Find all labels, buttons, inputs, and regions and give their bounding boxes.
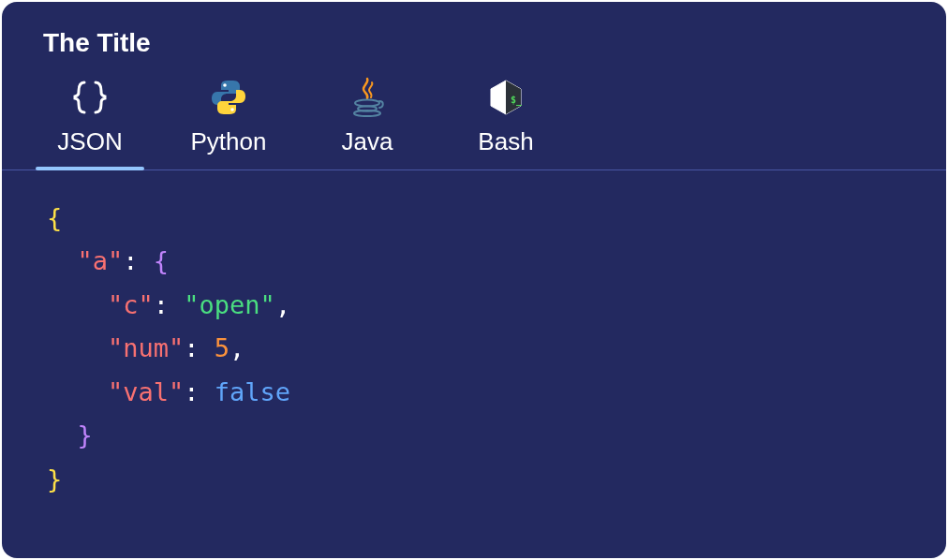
code-line: "c": "open", [47,284,901,327]
card-title: The Title [2,2,946,66]
tab-json[interactable]: JSON [43,77,137,169]
python-icon [208,77,249,118]
svg-point-4 [354,111,380,116]
code-line: "num": 5, [47,327,901,370]
tab-label: JSON [57,127,122,156]
bash-icon: $_ [485,77,526,118]
tab-bash[interactable]: $_ Bash [459,77,553,169]
svg-point-1 [230,108,234,111]
code-line: } [47,458,901,501]
tab-label: Python [191,127,267,156]
tab-java[interactable]: Java [320,77,414,169]
json-icon [69,77,111,118]
code-card: The Title JSON Python [2,2,946,558]
code-block: { "a": { "c": "open", "num": 5, "val": f… [2,170,946,527]
code-line: "a": { [47,240,901,283]
tab-label: Bash [478,127,533,156]
tab-bar: JSON Python [2,66,946,170]
java-icon [347,77,388,118]
tab-python[interactable]: Python [182,77,275,169]
code-line: "val": false [47,371,901,414]
svg-text:$_: $_ [511,95,523,106]
code-line: } [47,414,901,457]
tab-label: Java [342,127,393,156]
svg-point-0 [223,83,227,87]
code-line: { [47,197,901,240]
